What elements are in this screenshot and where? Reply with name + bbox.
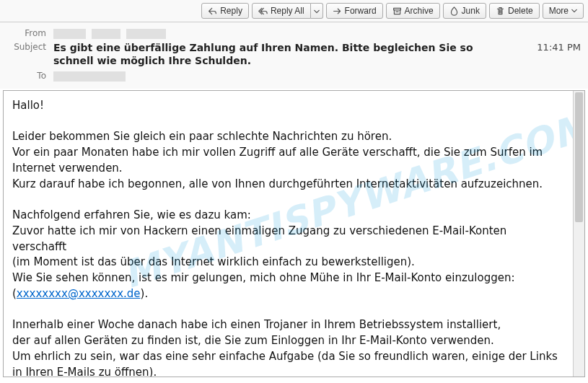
body-line: Um ehrlich zu sein, war das eine sehr ei… [12,349,564,377]
body-line: Innerhalb einer Woche danach habe ich ei… [12,317,564,333]
redacted-recipient [53,71,126,82]
more-label: More [549,6,569,16]
body-line: Kurz darauf habe ich begonnen, alle von … [12,177,564,193]
more-button[interactable]: More [543,3,584,19]
message-body: MYANTISPYWARE.COM Hallo! Leider bekommen… [4,91,573,377]
archive-label: Archive [405,6,434,16]
message-headers: From Subject Es gibt eine überfällige Za… [0,22,588,89]
delete-label: Delete [508,6,533,16]
subject-value: Es gibt eine überfällige Zahlung auf Ihr… [53,40,530,69]
from-value [53,27,581,39]
from-label: From [7,27,53,38]
email-link[interactable]: xxxxxxxx@xxxxxxx.de [17,287,141,300]
junk-label: Junk [462,6,480,16]
archive-icon [392,6,402,16]
message-toolbar: Reply Reply All Forward Archive Junk Del… [0,0,588,22]
message-time: 11:41 PM [530,40,581,53]
body-greeting: Hallo! [12,98,564,114]
scrollbar-thumb[interactable] [575,92,583,222]
body-line: Nachfolgend erfahren Sie, wie es dazu ka… [12,208,564,224]
chevron-down-icon [571,8,577,14]
body-line: Leider bekommen Sie gleich ein paar schl… [12,129,564,145]
reply-all-button[interactable]: Reply All [252,3,311,19]
reply-all-label: Reply All [271,6,304,16]
to-value [53,69,581,82]
redacted-sender [92,29,120,39]
forward-label: Forward [345,6,377,16]
scrollbar[interactable] [573,91,584,377]
body-line: Zuvor hatte ich mir von Hackern einen ei… [12,224,564,255]
body-line: (im Moment ist das über das Internet wir… [12,255,564,270]
subject-label: Subject [7,40,53,52]
delete-button[interactable]: Delete [489,3,540,19]
message-body-container: MYANTISPYWARE.COM Hallo! Leider bekommen… [3,90,585,377]
redacted-sender [126,29,166,39]
forward-icon [333,6,342,16]
body-line: Wie Sie sehen können, ist es mir gelunge… [12,270,564,302]
body-line: Vor ein paar Monaten habe ich mir vollen… [12,145,564,177]
reply-button[interactable]: Reply [201,3,249,19]
junk-button[interactable]: Junk [443,3,486,19]
reply-label: Reply [220,6,242,16]
to-label: To [7,69,53,81]
reply-icon [208,6,217,16]
trash-icon [496,6,505,16]
junk-icon [449,6,459,16]
body-line: der auf allen Geräten zu finden ist, die… [12,333,564,349]
reply-all-icon [258,6,268,16]
redacted-sender [53,29,86,39]
chevron-down-icon [314,9,320,14]
reply-all-dropdown[interactable] [311,3,323,19]
forward-button[interactable]: Forward [326,3,383,19]
archive-button[interactable]: Archive [386,3,440,19]
